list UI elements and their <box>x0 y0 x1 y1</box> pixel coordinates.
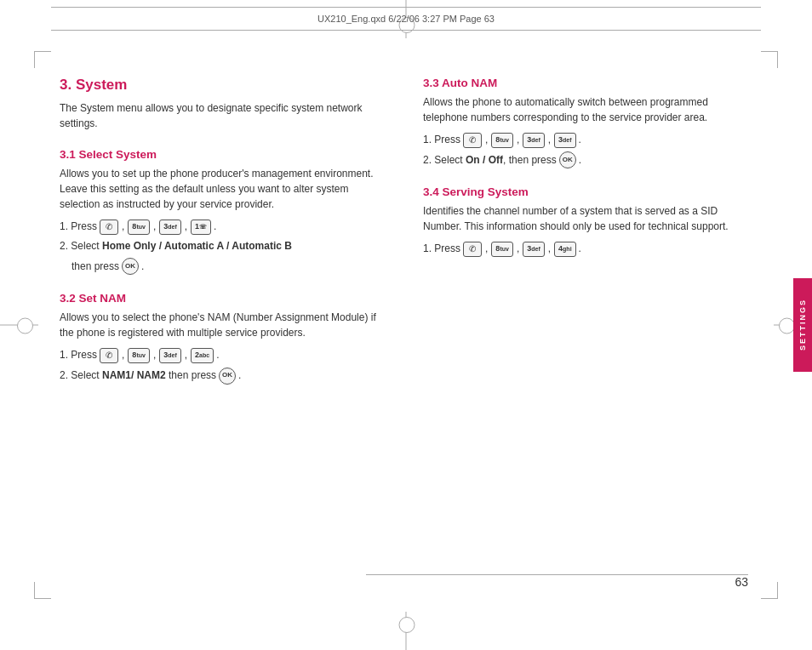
subsection-title-3-1: 3.1 Select System <box>60 148 380 161</box>
main-content: 3. System The System menu allows you to … <box>60 77 752 590</box>
key-ok-3-3: OK <box>559 151 576 168</box>
left-column: 3. System The System menu allows you to … <box>60 77 406 590</box>
key-3def-3-4: 3def <box>523 242 545 257</box>
subsection-title-3-3: 3.3 Auto NAM <box>423 77 744 89</box>
key-phone-icon-3-2: ✆ <box>100 348 118 363</box>
step-3-3-1: 1. Press ✆ , 8tuv , 3def , 3def . <box>423 132 744 148</box>
header-strip: UX210_Eng.qxd 6/22/06 3:27 PM Page 63 <box>51 7 761 31</box>
right-column: 3.3 Auto NAM Allows the phone to automat… <box>406 77 752 590</box>
key-8tuv-3-4: 8tuv <box>491 242 513 257</box>
key-3def: 3def <box>159 220 181 235</box>
subsection-body-3-1: Allows you to set up the phone producer'… <box>60 166 380 212</box>
crosshair-left <box>0 325 38 326</box>
subsection-body-3-2: Allows you to select the phone's NAM (Nu… <box>60 310 380 340</box>
main-section-title: 3. System <box>60 77 380 94</box>
key-8tuv-3-3: 8tuv <box>491 133 513 148</box>
step-3-4-1: 1. Press ✆ , 8tuv , 3def , 4ghi . <box>423 241 744 257</box>
step-num: 1. Press <box>60 219 97 235</box>
subsection-body-3-3: Allows the phone to automatically switch… <box>423 94 744 125</box>
key-ok-3-2: OK <box>219 368 236 385</box>
key-ok-3-1: OK <box>122 258 139 275</box>
key-phone-icon: ✆ <box>100 220 118 235</box>
subsection-title-3-4: 3.4 Serving System <box>423 185 744 198</box>
corner-mark-tr <box>761 51 778 68</box>
side-tab-label: SETTINGS <box>798 299 807 351</box>
subsection-body-3-4: Identifies the channel number of a syste… <box>423 203 744 234</box>
subsection-title-3-2: 3.2 Set NAM <box>60 292 380 305</box>
corner-mark-br <box>761 582 778 599</box>
key-3def-3-3a: 3def <box>523 133 545 148</box>
key-4ghi: 4ghi <box>554 242 576 257</box>
key-8tuv-3-2: 8tuv <box>128 348 150 363</box>
step-3-3-2: 2. Select On / Off, then press OK . <box>423 151 744 168</box>
step-3-2-2: 2. Select NAM1/ NAM2 then press OK . <box>60 368 380 385</box>
step-3-1-2: 2. Select Home Only / Automatic A / Auto… <box>60 238 380 254</box>
step-3-2-1: 1. Press ✆ , 8tuv , 3def , 2abc . <box>60 347 380 363</box>
crosshair-bottom <box>406 612 407 650</box>
key-1: 1☏ <box>191 220 211 235</box>
corner-mark-bl <box>34 582 51 599</box>
key-phone-icon-3-4: ✆ <box>463 242 482 257</box>
corner-mark-tl <box>34 51 51 68</box>
key-2abc: 2abc <box>191 348 214 363</box>
main-section-body: The System menu allows you to designate … <box>60 100 380 131</box>
key-3def-3-3b: 3def <box>554 133 576 148</box>
settings-side-tab: SETTINGS <box>793 278 812 372</box>
step-3-1-2b: then press OK . <box>60 258 380 275</box>
header-text: UX210_Eng.qxd 6/22/06 3:27 PM Page 63 <box>317 14 495 24</box>
key-3def-3-2: 3def <box>159 348 181 363</box>
key-phone-icon-3-3: ✆ <box>463 133 482 148</box>
step-3-1-1: 1. Press ✆ , 8tuv , 3def , 1☏ . <box>60 219 380 235</box>
key-8tuv: 8tuv <box>128 220 150 235</box>
